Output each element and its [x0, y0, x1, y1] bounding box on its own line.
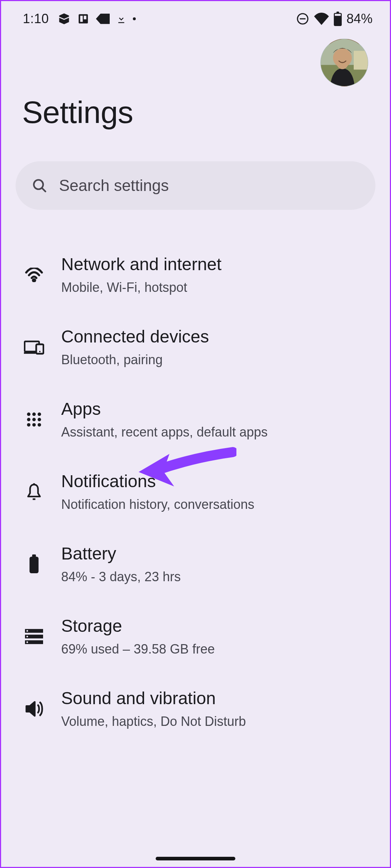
- svg-rect-7: [335, 14, 341, 16]
- battery-percentage: 84%: [346, 11, 373, 26]
- settings-item-apps[interactable]: Apps Assistant, recent apps, default app…: [1, 383, 390, 456]
- tag-icon: [96, 13, 110, 24]
- svg-rect-0: [79, 14, 88, 24]
- svg-point-39: [26, 641, 28, 643]
- status-left: 1:10: [23, 11, 136, 26]
- svg-point-20: [39, 351, 41, 352]
- svg-point-25: [32, 418, 36, 421]
- more-notifications-dot: [133, 17, 136, 20]
- svg-rect-32: [30, 557, 39, 573]
- settings-item-notifications[interactable]: Notifications Notification history, conv…: [1, 456, 390, 528]
- apps-icon: [14, 412, 54, 427]
- board-icon: [77, 13, 89, 25]
- item-title: Storage: [61, 616, 375, 636]
- item-title: Network and internet: [61, 254, 375, 274]
- header: Settings: [1, 37, 390, 130]
- profile-avatar[interactable]: [320, 39, 368, 86]
- svg-point-23: [38, 413, 41, 416]
- svg-rect-17: [36, 344, 43, 354]
- item-subtitle: Mobile, Wi-Fi, hotspot: [61, 279, 375, 295]
- search-icon: [31, 178, 47, 193]
- svg-rect-33: [32, 554, 36, 557]
- svg-rect-1: [80, 16, 83, 22]
- status-right: 84%: [296, 11, 373, 26]
- status-notification-icons: [58, 12, 136, 25]
- settings-item-storage[interactable]: Storage 69% used – 39.58 GB free: [1, 600, 390, 673]
- wifi-icon: [14, 268, 54, 282]
- svg-point-15: [33, 279, 35, 281]
- settings-item-battery[interactable]: Battery 84% - 3 days, 23 hrs: [1, 528, 390, 600]
- item-title: Sound and vibration: [61, 688, 375, 708]
- battery-icon: [333, 12, 342, 26]
- svg-point-38: [26, 636, 28, 638]
- battery-icon: [14, 554, 54, 574]
- status-bar: 1:10 84%: [1, 1, 390, 37]
- item-title: Connected devices: [61, 327, 375, 346]
- svg-point-26: [38, 418, 41, 421]
- settings-item-network[interactable]: Network and internet Mobile, Wi-Fi, hots…: [1, 239, 390, 311]
- svg-point-27: [27, 423, 31, 427]
- devices-icon: [14, 340, 54, 355]
- gesture-nav-pill[interactable]: [156, 857, 235, 860]
- item-subtitle: Assistant, recent apps, default apps: [61, 424, 375, 440]
- search-placeholder: Search settings: [59, 176, 169, 195]
- settings-item-connected-devices[interactable]: Connected devices Bluetooth, pairing: [1, 311, 390, 383]
- settings-list: Network and internet Mobile, Wi-Fi, hots…: [1, 239, 390, 745]
- svg-point-12: [337, 58, 348, 69]
- svg-point-22: [32, 413, 36, 416]
- wifi-icon: [314, 13, 329, 25]
- svg-point-24: [27, 418, 31, 421]
- page-title: Settings: [22, 94, 368, 130]
- item-subtitle: 84% - 3 days, 23 hrs: [61, 569, 375, 585]
- svg-point-28: [32, 423, 36, 427]
- svg-point-29: [38, 423, 41, 427]
- settings-item-sound[interactable]: Sound and vibration Volume, haptics, Do …: [1, 673, 390, 745]
- item-title: Apps: [61, 399, 375, 419]
- svg-point-21: [27, 413, 31, 416]
- volume-icon: [14, 701, 54, 717]
- avatar-image: [321, 39, 368, 86]
- package-icon: [58, 12, 71, 25]
- svg-line-14: [42, 188, 46, 192]
- item-subtitle: Bluetooth, pairing: [61, 352, 375, 368]
- download-icon: [116, 13, 126, 25]
- search-settings[interactable]: Search settings: [16, 161, 375, 210]
- svg-rect-6: [336, 12, 339, 13]
- item-subtitle: 69% used – 39.58 GB free: [61, 641, 375, 657]
- svg-rect-10: [354, 51, 368, 70]
- svg-rect-2: [84, 16, 86, 20]
- item-subtitle: Volume, haptics, Do Not Disturb: [61, 713, 375, 729]
- svg-point-37: [26, 630, 28, 632]
- status-time: 1:10: [23, 11, 49, 26]
- bell-icon: [14, 482, 54, 501]
- dnd-icon: [296, 12, 310, 26]
- item-subtitle: Notification history, conversations: [61, 496, 375, 512]
- item-title: Notifications: [61, 471, 375, 491]
- item-title: Battery: [61, 544, 375, 563]
- storage-icon: [14, 629, 54, 644]
